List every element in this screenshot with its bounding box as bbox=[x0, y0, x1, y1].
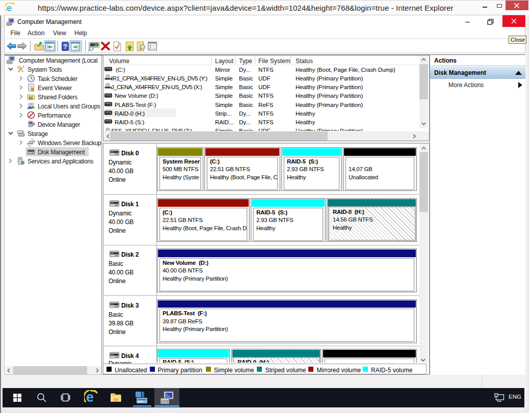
svg-text:?: ? bbox=[63, 43, 67, 50]
svg-text:e: e bbox=[86, 390, 94, 404]
svg-text:e: e bbox=[7, 3, 12, 13]
